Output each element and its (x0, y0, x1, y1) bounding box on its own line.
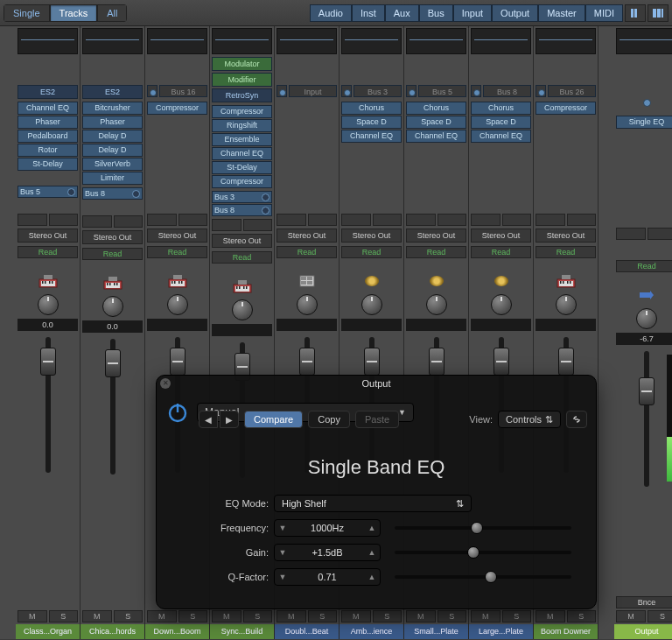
eq-thumbnail[interactable] (341, 28, 402, 54)
send-knob-icon[interactable] (262, 207, 270, 215)
insert-slot[interactable]: St-Delay (212, 161, 272, 174)
send-knob-icon[interactable] (67, 188, 75, 196)
automation-mode[interactable]: Read (276, 246, 337, 258)
midi-fx-slot[interactable]: Modulator (212, 57, 272, 71)
output-slot[interactable]: Stereo Out (18, 229, 78, 243)
io-slot[interactable] (49, 214, 79, 226)
insert-slot[interactable]: Space D (471, 116, 531, 129)
copy-button[interactable]: Copy (308, 411, 350, 428)
insert-slot[interactable]: Space D (341, 116, 402, 129)
gain-slider[interactable] (395, 551, 571, 554)
insert-slot[interactable]: Phaser (82, 116, 143, 129)
increment-button[interactable]: ▲ (364, 548, 380, 557)
eq-thumbnail[interactable] (536, 28, 596, 54)
bounce-button[interactable]: Bnce (616, 596, 672, 608)
mute-button[interactable]: M (82, 610, 112, 622)
io-slot[interactable] (567, 214, 597, 226)
io-slot[interactable] (243, 219, 273, 231)
eq-thumbnail[interactable] (18, 28, 78, 54)
power-button[interactable] (164, 398, 192, 426)
automation-mode[interactable]: Read (341, 246, 402, 258)
insert-slot[interactable]: Limiter (82, 172, 143, 185)
insert-slot[interactable]: Phaser (18, 116, 78, 129)
eq-thumbnail[interactable] (471, 28, 531, 54)
frequency-slider[interactable] (395, 526, 571, 530)
decrement-button[interactable]: ▼ (275, 573, 290, 581)
layout-wide-icon[interactable] (648, 4, 668, 22)
automation-mode[interactable]: Read (18, 246, 78, 258)
io-slot[interactable] (276, 214, 306, 226)
q-stepper[interactable]: ▼ 0.71 ▲ (274, 568, 381, 586)
pan-knob[interactable] (297, 294, 318, 315)
solo-button[interactable]: S (648, 610, 672, 622)
io-slot[interactable] (341, 214, 371, 226)
io-slot[interactable] (114, 215, 144, 228)
insert-slot[interactable]: Chorus (341, 102, 402, 115)
solo-button[interactable]: S (373, 610, 402, 622)
io-slot[interactable] (147, 214, 177, 226)
type-master[interactable]: Master (538, 4, 585, 22)
q-slider[interactable] (395, 575, 571, 579)
mute-button[interactable]: M (212, 610, 242, 622)
input-slot[interactable]: Bus 26 (548, 85, 596, 97)
io-slot[interactable] (212, 219, 242, 231)
insert-slot[interactable]: Channel EQ (18, 102, 78, 115)
output-slot[interactable]: Stereo Out (82, 230, 143, 244)
io-icon[interactable] (406, 85, 416, 97)
prev-preset-button[interactable]: ◀ (199, 411, 218, 428)
insert-slot[interactable]: Rotor (18, 144, 78, 157)
io-icon[interactable] (471, 85, 481, 97)
solo-button[interactable]: S (178, 610, 208, 622)
type-midi[interactable]: MIDI (585, 4, 623, 22)
mute-button[interactable]: M (147, 610, 177, 622)
insert-slot[interactable]: Chorus (471, 102, 531, 115)
pan-knob[interactable] (232, 299, 253, 320)
pan-knob[interactable] (636, 308, 657, 329)
automation-mode[interactable]: Read (406, 246, 466, 258)
io-slot[interactable] (406, 214, 436, 226)
output-slot[interactable]: Stereo Out (276, 229, 337, 243)
instrument-slot[interactable]: ES2 (82, 85, 143, 99)
midi-fx-slot[interactable]: Modifier (212, 73, 272, 87)
type-output[interactable]: Output (492, 4, 538, 22)
insert-slot[interactable]: Compressor (212, 105, 272, 118)
insert-slot[interactable]: Chorus (406, 102, 466, 115)
pan-knob[interactable] (361, 294, 382, 315)
automation-mode[interactable]: Read (147, 246, 207, 258)
io-slot[interactable] (18, 214, 47, 226)
solo-button[interactable]: S (308, 610, 338, 622)
solo-button[interactable]: S (438, 610, 467, 622)
insert-slot[interactable]: Compressor (147, 102, 207, 115)
frequency-stepper[interactable]: ▼ 1000Hz ▲ (274, 519, 381, 537)
close-icon[interactable]: ✕ (160, 378, 171, 389)
automation-mode[interactable]: Read (536, 246, 596, 258)
eq-mode-select[interactable]: High Shelf ⇅ (274, 495, 472, 512)
pan-knob[interactable] (491, 294, 512, 315)
insert-slot[interactable]: Compressor (212, 175, 272, 188)
insert-slot[interactable]: Channel EQ (212, 147, 272, 160)
io-slot[interactable] (373, 214, 402, 226)
output-slot[interactable]: Stereo Out (471, 229, 531, 243)
insert-slot[interactable]: Pedalboard (18, 130, 78, 143)
pan-knob[interactable] (167, 294, 188, 315)
input-slot[interactable]: Bus 3 (354, 85, 402, 97)
fader[interactable] (46, 337, 51, 473)
type-inst[interactable]: Inst (352, 4, 385, 22)
io-slot[interactable] (438, 214, 467, 226)
mute-button[interactable]: M (406, 610, 436, 622)
increment-button[interactable]: ▲ (364, 573, 380, 581)
type-audio[interactable]: Audio (310, 4, 352, 22)
insert-slot[interactable]: Channel EQ (406, 130, 466, 143)
io-slot[interactable] (471, 214, 500, 226)
compare-button[interactable]: Compare (244, 411, 303, 428)
view-single[interactable]: Single (4, 4, 50, 22)
insert-slot[interactable]: Delay D (82, 144, 143, 157)
eq-thumbnail[interactable] (276, 28, 337, 54)
view-all[interactable]: All (97, 4, 127, 22)
mute-button[interactable]: M (18, 610, 47, 622)
solo-button[interactable]: S (243, 610, 273, 622)
insert-slot[interactable]: SilverVerb (82, 158, 143, 171)
send-slot[interactable]: Bus 3 (212, 191, 272, 203)
io-slot[interactable] (616, 228, 646, 240)
instrument-slot[interactable]: RetroSyn (212, 88, 272, 102)
